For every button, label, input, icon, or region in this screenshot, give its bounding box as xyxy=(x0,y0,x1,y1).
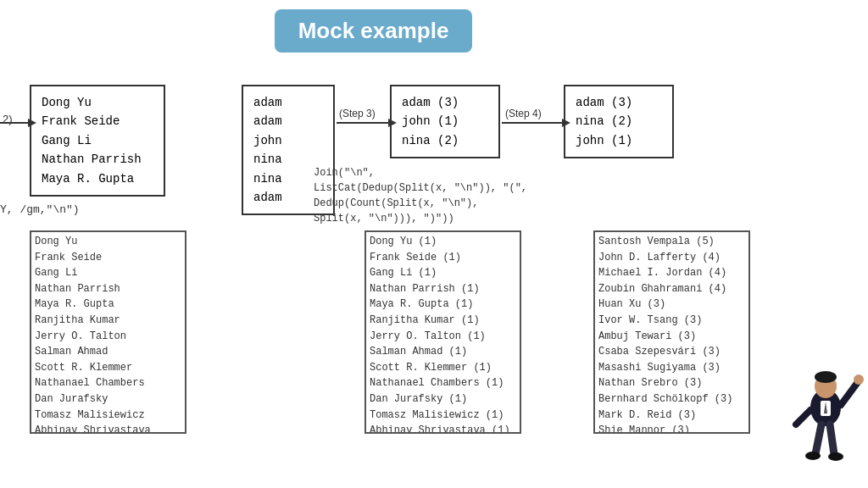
svg-line-14 xyxy=(815,424,821,454)
top-names-content: Dong YuFrank SeideGang LiNathan ParrishM… xyxy=(42,93,153,188)
sorted-item: adam (3) xyxy=(576,93,662,112)
adam-item: nina xyxy=(253,169,323,188)
svg-line-15 xyxy=(830,424,834,454)
sorted-item: nina (2) xyxy=(576,112,662,130)
name-item: Nathan Parrish xyxy=(42,150,153,169)
formula-line: Dedup(Count(Split(x, "\n"), xyxy=(314,196,527,211)
sorted-content: adam (3)nina (2)john (1) xyxy=(576,93,662,150)
list-item: Ranjitha Kumar (1) xyxy=(370,313,516,329)
list-item: Ivor W. Tsang (3) xyxy=(598,313,745,329)
list-item: Michael I. Jordan (4) xyxy=(598,265,745,281)
list-item: Huan Xu (3) xyxy=(598,297,745,313)
svg-point-18 xyxy=(854,374,864,385)
formula-line: ListCat(Dedup(Split(x, "\n")), "(", xyxy=(314,180,527,196)
list-item: Dong Yu xyxy=(35,234,181,250)
count-item: john (1) xyxy=(402,112,488,130)
list-item: Masashi Sugiyama (3) xyxy=(598,360,745,376)
name-item: Gang Li xyxy=(42,131,153,150)
list-item: Zoubin Ghahramani (4) xyxy=(598,281,745,297)
list-item: Mark D. Reid (3) xyxy=(598,408,745,424)
formula-line: Split(x, "\n"))), ")")) xyxy=(314,211,527,226)
name-item: Dong Yu xyxy=(42,93,153,112)
list-box-3[interactable]: Santosh Vempala (5)John D. Lafferty (4)M… xyxy=(593,230,750,434)
title-text: Mock example xyxy=(298,18,449,43)
list-item: Jerry O. Talton (1) xyxy=(370,329,516,345)
list-item: Jerry O. Talton xyxy=(35,329,181,345)
list-item: John D. Lafferty (4) xyxy=(598,250,745,266)
svg-text:(Step 3): (Step 3) xyxy=(339,108,376,119)
list-item: Nathanael Chambers (1) xyxy=(370,375,516,391)
list-item: Shie Mannor (3) xyxy=(598,423,745,434)
title-box: Mock example xyxy=(275,9,472,53)
count-item: nina (2) xyxy=(402,131,488,150)
svg-line-12 xyxy=(841,382,858,405)
adam-count-content: adam (3)john (1)nina (2) xyxy=(402,93,488,150)
adam-item: nina xyxy=(253,150,323,169)
list-item: Nathanael Chambers xyxy=(35,375,181,391)
svg-point-11 xyxy=(815,371,837,383)
list-item: Salman Ahmad xyxy=(35,344,181,360)
list-item: Dan Jurafsky xyxy=(35,391,181,408)
list-item: Gang Li (1) xyxy=(370,265,516,281)
list-item: Santosh Vempala (5) xyxy=(598,234,745,250)
list-item: Ambuj Tewari (3) xyxy=(598,329,745,345)
list-item: Ranjitha Kumar xyxy=(35,313,181,329)
list-item: Csaba Szepesvári (3) xyxy=(598,344,745,360)
list-item: Nathan Parrish (1) xyxy=(370,281,516,297)
list-item: Frank Seide (1) xyxy=(370,250,516,266)
list-item: Maya R. Gupta xyxy=(35,297,181,313)
step2-label: 2) xyxy=(3,113,13,125)
list-item: Dong Yu (1) xyxy=(370,234,516,250)
list-item: Nathan Srebro (3) xyxy=(598,375,745,391)
name-item: Maya R. Gupta xyxy=(42,169,153,188)
formula-line: Join("\n", xyxy=(314,165,527,180)
top-box-adam-count: adam (3)john (1)nina (2) xyxy=(390,85,500,158)
list-item: Scott R. Klemmer xyxy=(35,360,181,376)
svg-point-16 xyxy=(805,452,821,460)
svg-line-13 xyxy=(796,410,810,424)
adam-item: adam xyxy=(253,188,323,207)
svg-point-17 xyxy=(828,452,843,461)
left-label: Y, /gm,"\n") xyxy=(0,203,80,216)
count-item: adam (3) xyxy=(402,93,488,112)
formula: Join("\n", ListCat(Dedup(Split(x, "\n"))… xyxy=(314,165,527,226)
adam-item: adam xyxy=(253,93,323,112)
list-item: Dan Jurafsky (1) xyxy=(370,391,516,408)
list-item: Tomasz Malisiewicz (1) xyxy=(370,408,516,424)
svg-text:(Step 4): (Step 4) xyxy=(505,108,542,119)
list-box-1[interactable]: Dong YuFrank SeideGang LiNathan ParrishM… xyxy=(30,230,186,434)
top-box-sorted: adam (3)nina (2)john (1) xyxy=(564,85,674,158)
list-box-2[interactable]: Dong Yu (1)Frank Seide (1)Gang Li (1)Nat… xyxy=(364,230,521,434)
top-box-names: Dong YuFrank SeideGang LiNathan ParrishM… xyxy=(30,85,165,197)
list-item: Gang Li xyxy=(35,265,181,281)
adam-item: adam xyxy=(253,112,323,130)
list-item: Scott R. Klemmer (1) xyxy=(370,360,516,376)
list-item: Tomasz Malisiewicz xyxy=(35,408,181,424)
list-item: Abhinav Shrivastava xyxy=(35,423,181,434)
person-figure xyxy=(783,369,868,488)
name-item: Frank Seide xyxy=(42,112,153,130)
list-item: Bernhard Schölkopf (3) xyxy=(598,391,745,408)
list-item: Nathan Parrish xyxy=(35,281,181,297)
sorted-item: john (1) xyxy=(576,131,662,150)
list-item: Maya R. Gupta (1) xyxy=(370,297,516,313)
list-item: Salman Ahmad (1) xyxy=(370,344,516,360)
list-item: Abhinav Shrivastava (1) xyxy=(370,423,516,434)
list-item: Frank Seide xyxy=(35,250,181,266)
adam-item: john xyxy=(253,131,323,150)
adam-content: adamadamjohnninaninaadam xyxy=(253,93,323,207)
